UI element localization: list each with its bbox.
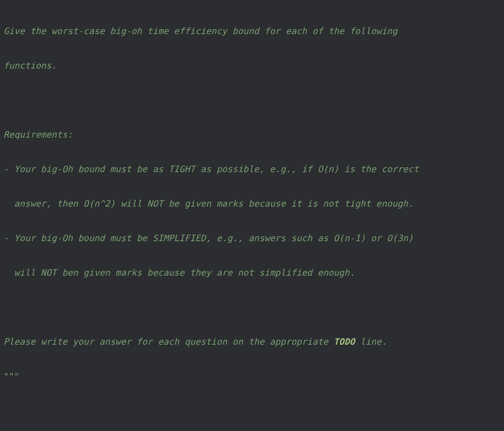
todo-keyword: TODO: [334, 336, 355, 347]
docstring-delim: """: [4, 371, 19, 381]
comment-line: - Your big-Oh bound must be as TIGHT as …: [4, 164, 419, 174]
comment-line: Please write your answer for each questi…: [4, 336, 334, 347]
comment-line: functions.: [4, 60, 57, 71]
comment-line: answer, then O(n^2) will NOT be given ma…: [4, 198, 413, 209]
comment-line: - Your big-Oh bound must be SIMPLIFIED, …: [4, 233, 413, 243]
comment-line: Requirements:: [4, 129, 73, 140]
code-editor[interactable]: Give the worst-case big-oh time efficien…: [0, 0, 504, 431]
comment-line: will NOT ben given marks because they ar…: [4, 267, 355, 278]
comment-line: line.: [355, 336, 387, 347]
comment-line: Give the worst-case big-oh time efficien…: [4, 26, 397, 36]
